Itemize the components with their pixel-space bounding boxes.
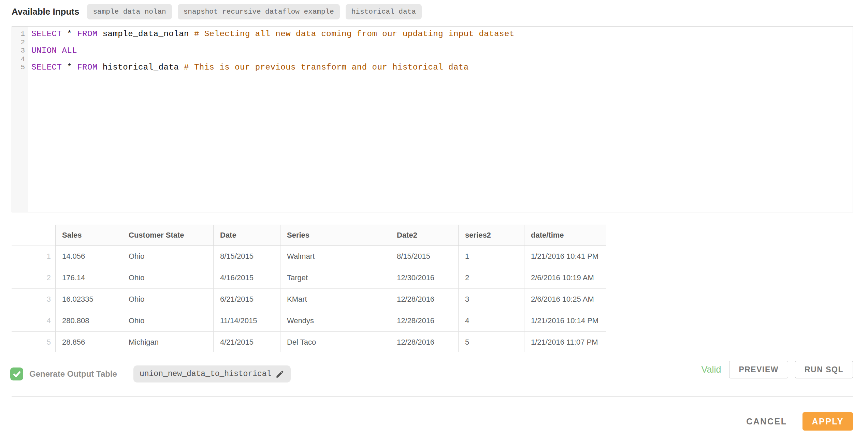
- table-cell: 14.056: [55, 246, 122, 267]
- table-cell: 11/14/2015: [214, 310, 280, 332]
- column-header: Customer State: [122, 225, 214, 246]
- code-line: [31, 55, 853, 64]
- table-cell: Wendys: [280, 310, 390, 332]
- column-header: Sales: [55, 225, 122, 246]
- sql-token-plain: historical_data: [98, 63, 184, 72]
- results-preview-table: SalesCustomer StateDateSeriesDate2series…: [12, 225, 607, 352]
- column-header: series2: [459, 225, 524, 246]
- line-number-gutter: 12345: [12, 27, 28, 212]
- table-cell: 12/28/2016: [390, 310, 459, 332]
- pencil-icon[interactable]: [275, 370, 285, 379]
- sql-token-plain: *: [62, 29, 77, 39]
- column-header: date/time: [524, 225, 606, 246]
- sql-token-kw: SELECT: [31, 29, 62, 39]
- input-chip-list: sample_data_nolansnapshot_recursive_data…: [87, 4, 421, 19]
- table-cell: 8/15/2015: [214, 246, 280, 267]
- sql-token-comment: # This is our previous transform and our…: [184, 63, 469, 72]
- code-line: [31, 39, 853, 47]
- table-cell: 2: [459, 267, 524, 289]
- table-cell: 16.02335: [55, 289, 122, 310]
- line-number: 1: [12, 30, 25, 39]
- table-cell: Ohio: [122, 289, 214, 310]
- sql-token-kw: UNION ALL: [31, 46, 77, 55]
- code-line: SELECT * FROM historical_data # This is …: [31, 63, 853, 72]
- table-cell: 12/28/2016: [390, 289, 459, 310]
- table-cell: Michigan: [122, 332, 214, 352]
- row-number: 5: [12, 332, 55, 352]
- cancel-button[interactable]: CANCEL: [746, 417, 787, 426]
- generate-output-checkbox[interactable]: [10, 368, 23, 380]
- table-cell: 4: [459, 310, 524, 332]
- table-cell: 3: [459, 289, 524, 310]
- table-cell: Ohio: [122, 310, 214, 332]
- table-cell: 4/16/2015: [214, 267, 280, 289]
- table-cell: 5: [459, 332, 524, 352]
- row-number: 2: [12, 267, 55, 289]
- line-number: 3: [12, 47, 25, 55]
- table-cell: 1/21/2016 10:41 PM: [524, 246, 606, 267]
- table-cell: 2/6/2016 10:19 AM: [524, 267, 606, 289]
- input-chip[interactable]: sample_data_nolan: [87, 4, 172, 19]
- checkmark-icon: [12, 370, 21, 378]
- footer-divider: [12, 396, 853, 397]
- table-gutter-header: [12, 225, 55, 246]
- table-cell: 12/28/2016: [390, 332, 459, 352]
- table-cell: 8/15/2015: [390, 246, 459, 267]
- column-header: Date: [214, 225, 280, 246]
- sql-editor[interactable]: 12345 SELECT * FROM sample_data_nolan # …: [12, 26, 853, 212]
- sql-token-kw: FROM: [77, 63, 98, 72]
- generate-output-label: Generate Output Table: [29, 369, 117, 379]
- table-cell: 1/21/2016 11:07 PM: [524, 332, 606, 352]
- available-inputs-label: Available Inputs: [12, 6, 79, 17]
- apply-button[interactable]: APPLY: [802, 412, 853, 431]
- column-header: Date2: [390, 225, 459, 246]
- row-number: 1: [12, 246, 55, 267]
- table-cell: Del Taco: [280, 332, 390, 352]
- table-cell: 28.856: [55, 332, 122, 352]
- table-cell: 2/6/2016 10:25 AM: [524, 289, 606, 310]
- table-cell: 176.14: [55, 267, 122, 289]
- sql-token-kw: FROM: [77, 29, 98, 39]
- status-actions-row: Valid PREVIEW RUN SQL: [701, 361, 853, 378]
- sql-token-kw: SELECT: [31, 63, 62, 72]
- code-line: UNION ALL: [31, 47, 853, 55]
- footer-actions-row: CANCEL APPLY: [746, 412, 853, 431]
- table-cell: 12/30/2016: [390, 267, 459, 289]
- input-chip[interactable]: historical_data: [346, 4, 422, 19]
- validation-status: Valid: [701, 364, 721, 375]
- output-table-name: union_new_data_to_historical: [140, 370, 271, 378]
- column-header: Series: [280, 225, 390, 246]
- preview-button[interactable]: PREVIEW: [729, 361, 788, 378]
- row-number: 4: [12, 310, 55, 332]
- table-cell: KMart: [280, 289, 390, 310]
- input-chip[interactable]: snapshot_recursive_dataflow_example: [178, 4, 340, 19]
- line-number: 4: [12, 55, 25, 64]
- table-cell: Ohio: [122, 267, 214, 289]
- row-number: 3: [12, 289, 55, 310]
- table-cell: 6/21/2015: [214, 289, 280, 310]
- table-cell: 1/21/2016 10:14 PM: [524, 310, 606, 332]
- output-table-name-chip[interactable]: union_new_data_to_historical: [133, 365, 291, 382]
- code-line: SELECT * FROM sample_data_nolan # Select…: [31, 30, 853, 39]
- table-cell: Target: [280, 267, 390, 289]
- table-cell: Ohio: [122, 246, 214, 267]
- table-cell: 1: [459, 246, 524, 267]
- table-cell: 280.808: [55, 310, 122, 332]
- table-cell: 4/21/2015: [214, 332, 280, 352]
- table-cell: Walmart: [280, 246, 390, 267]
- sql-token-comment: # Selecting all new data coming from our…: [194, 29, 515, 39]
- run-sql-button[interactable]: RUN SQL: [795, 361, 853, 378]
- sql-token-plain: *: [62, 63, 77, 72]
- line-number: 2: [12, 39, 25, 47]
- sql-code-area[interactable]: SELECT * FROM sample_data_nolan # Select…: [28, 27, 853, 212]
- available-inputs-bar: Available Inputs sample_data_nolansnapsh…: [12, 4, 422, 19]
- sql-token-plain: sample_data_nolan: [98, 29, 194, 39]
- generate-output-row: Generate Output Table union_new_data_to_…: [10, 365, 291, 382]
- line-number: 5: [12, 63, 25, 72]
